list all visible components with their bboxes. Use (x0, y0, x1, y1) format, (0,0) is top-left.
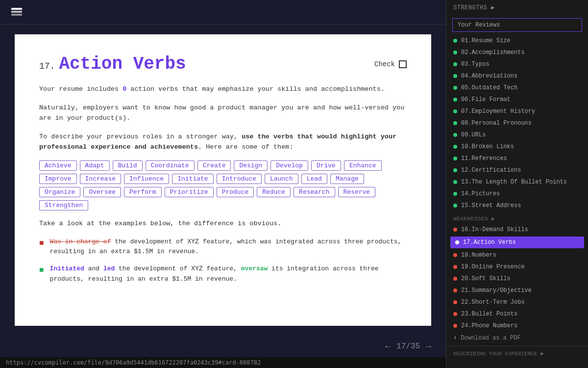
strengths-list: 01.Resume Size 02.Accomplishments 03.Typ… (446, 35, 588, 211)
example-bad: ■ Was in charge of the development of XY… (39, 237, 407, 258)
sidebar-item-16[interactable]: 16.In-Demand Skills (446, 224, 588, 236)
sidebar-item-18[interactable]: 18.Numbers (446, 249, 588, 261)
sidebar-item-label: 19.Online Presence (461, 263, 525, 270)
dot-icon (453, 180, 457, 184)
sidebar-item-20[interactable]: 20.Soft Skills (446, 273, 588, 285)
header-row: 17. Action Verbs Check (39, 54, 407, 74)
dot-icon (453, 145, 457, 149)
sidebar-item-label: 01.Resume Size (461, 37, 511, 44)
sidebar-item-label: 09.URLs (461, 131, 486, 138)
dot-icon (453, 289, 457, 292)
good-verb-3: oversaw (241, 265, 268, 272)
svg-rect-2 (11, 8, 22, 10)
sidebar-item-03[interactable]: 03.Typos (446, 58, 588, 70)
verb-tag: Achieve (39, 160, 77, 171)
sidebar-item-06[interactable]: 06.File Format (446, 94, 588, 105)
document-card: 17. Action Verbs Check Your resume inclu… (15, 34, 431, 326)
weaknesses-list: 16.In-Demand Skills 17.Action Verbs 18.N… (446, 224, 588, 332)
sidebar-item-02[interactable]: 02.Accomplishments (446, 47, 588, 58)
example-good: ■ Initiated and led the development of X… (39, 264, 407, 285)
sidebar-item-label: 13.The Length Of Bullet Points (461, 179, 567, 185)
verb-tag: Influence (124, 174, 169, 184)
verb-tag: Produce (217, 187, 254, 197)
dot-icon (453, 277, 457, 281)
sidebar-item-07[interactable]: 07.Employment History (446, 105, 588, 117)
svg-rect-1 (11, 11, 22, 13)
sidebar-item-01[interactable]: 01.Resume Size (446, 35, 588, 47)
sidebar-item-label: 05.Outdated Tech (461, 84, 517, 91)
sidebar-item-label: 12.Certifications (461, 167, 521, 174)
verb-tag: Drive (311, 160, 341, 171)
paragraph-3: To describe your previous roles in a str… (39, 131, 407, 153)
sidebar-item-23[interactable]: 23.Bullet Points (446, 308, 588, 320)
sidebar-item-label: 23.Bullet Points (461, 311, 517, 317)
verb-tag: Oversee (83, 187, 121, 197)
sidebar-item-05[interactable]: 05.Outdated Tech (446, 82, 588, 94)
weaknesses-header: WEAKNESSES ▶ (446, 211, 588, 224)
bullet-green-icon: ■ (39, 264, 44, 285)
sidebar-item-08[interactable]: 08.Personal Pronouns (446, 117, 588, 129)
pagination-info: 17/35 (396, 342, 420, 351)
section-number: 17. (39, 61, 55, 71)
sidebar-item-label: 20.Soft Skills (461, 275, 511, 282)
logo[interactable] (8, 3, 25, 21)
verb-tag: Prioritize (165, 187, 214, 197)
sidebar-item-label: 15.Street Address (461, 202, 521, 209)
pagination-prev[interactable]: ← (385, 342, 391, 351)
verbs-grid: AchieveAdaptBuildCoordinateCreateDesignD… (39, 160, 407, 210)
dot-icon (453, 62, 457, 66)
example-bad-text: Was in charge of the development of XYZ … (50, 237, 407, 258)
sidebar-item-label: 08.Personal Pronouns (461, 120, 532, 127)
sidebar-item-label: 24.Phone Numbers (461, 322, 517, 329)
describing-section[interactable]: DESCRIBING YOUR EXPERIENCE ▶ (446, 346, 588, 361)
sidebar-item-04[interactable]: 04.Abbreviations (446, 70, 588, 82)
dot-icon (453, 133, 457, 137)
dot-icon (453, 265, 457, 269)
sidebar-item-label: 11.References (461, 155, 507, 162)
sidebar-strengths-header: STRENGTHS ▶ (446, 0, 588, 15)
sidebar-item-22[interactable]: 22.Short-Term Jobs (446, 296, 588, 308)
verb-tag: Improve (39, 174, 77, 184)
sidebar-item-label: 17.Action Verbs (463, 239, 516, 246)
dot-icon (455, 240, 459, 244)
verb-tag: Initiate (172, 174, 213, 184)
dot-icon (453, 98, 457, 102)
sidebar-item-15[interactable]: 15.Street Address (446, 200, 588, 211)
sidebar-item-label: 02.Accomplishments (461, 49, 525, 56)
download-link[interactable]: ⬇ Download as a PDF (446, 332, 588, 344)
sidebar-item-21[interactable]: 21.Summary/Objective (446, 285, 588, 296)
sidebar-item-09[interactable]: 09.URLs (446, 129, 588, 141)
sidebar-item-14[interactable]: 14.Pictures (446, 188, 588, 200)
bad-highlight: Was in charge of (50, 238, 111, 245)
sidebar-item-10[interactable]: 10.Broken Links (446, 141, 588, 153)
sidebar-item-17[interactable]: 17.Action Verbs (450, 237, 584, 248)
verb-tag: Launch (265, 174, 298, 184)
top-bar (0, 0, 446, 25)
verb-tag: Lead (301, 174, 327, 184)
sidebar-item-19[interactable]: 19.Online Presence (446, 261, 588, 273)
verb-tag: Organize (39, 187, 80, 197)
dot-icon (453, 228, 457, 232)
dot-icon (453, 74, 457, 78)
sidebar-item-13[interactable]: 13.The Length Of Bullet Points (446, 176, 588, 188)
verb-tag: Design (234, 160, 268, 171)
sidebar-item-12[interactable]: 12.Certifications (446, 164, 588, 176)
dot-icon (453, 157, 457, 160)
dot-icon (453, 168, 457, 172)
sidebar-item-label: 21.Summary/Objective (461, 287, 532, 294)
pagination-next[interactable]: → (426, 342, 431, 351)
sidebar-item-24[interactable]: 24.Phone Numbers (446, 320, 588, 332)
pagination-bar: ← 17/35 → (0, 336, 446, 357)
check-area[interactable]: Check (374, 60, 407, 68)
verb-tag: Perform (124, 187, 162, 197)
sidebar-item-label: 22.Short-Term Jobs (461, 299, 525, 306)
content-wrapper: 17. Action Verbs Check Your resume inclu… (0, 25, 446, 336)
sidebar-item-11[interactable]: 11.References (446, 153, 588, 164)
download-icon: ⬇ (453, 334, 457, 342)
dot-icon (453, 253, 457, 257)
check-box[interactable] (399, 60, 407, 68)
sidebar-item-label: 07.Employment History (461, 108, 535, 115)
sidebar-item-label: 04.Abbreviations (461, 73, 517, 79)
dot-icon (453, 51, 457, 54)
your-reviews-button[interactable]: Your Reviews (452, 18, 582, 32)
